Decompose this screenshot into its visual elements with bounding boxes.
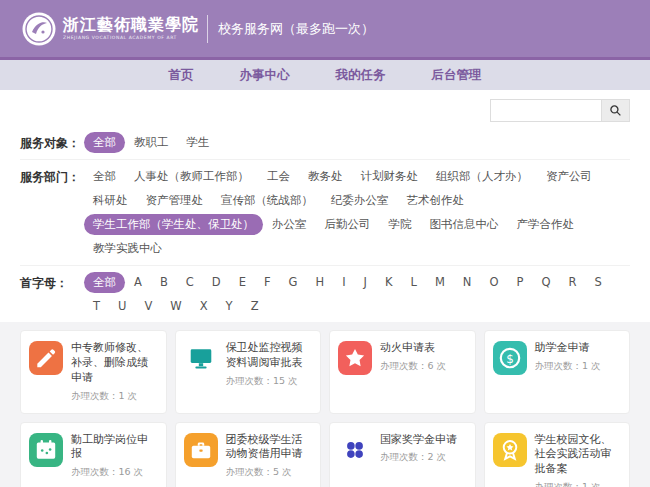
filter-item[interactable]: H	[306, 272, 333, 293]
filter-service-department: 服务部门： 全部人事处（教师工作部）工会教务处计划财务处组织部（人才办）资产公司…	[20, 160, 630, 266]
filter-item[interactable]: 产学合作处	[508, 214, 584, 235]
filter-item[interactable]: J	[355, 272, 376, 293]
filter-item[interactable]: X	[191, 296, 217, 316]
filter-item[interactable]: Y	[217, 296, 242, 316]
search-icon	[609, 104, 622, 117]
filter-item[interactable]: 教务处	[299, 166, 352, 187]
filter-item[interactable]: L	[402, 272, 426, 293]
filter-item[interactable]: E	[230, 272, 255, 293]
filter-item[interactable]: 全部	[84, 272, 125, 293]
service-card[interactable]: 国家奖学金申请 办理次数：2 次	[329, 422, 476, 487]
filter-item[interactable]: 图书信息中心	[421, 214, 508, 235]
filter-item[interactable]: 教学实践中心	[84, 238, 171, 259]
service-count: 办理次数：16 次	[71, 466, 158, 479]
search-button[interactable]	[602, 99, 630, 122]
filter-item[interactable]: 办公室	[263, 214, 316, 235]
school-name-english: ZHEJIANG VOCATIONAL ACADEMY OF ART	[63, 36, 199, 41]
service-title: 国家奖学金申请	[380, 433, 467, 448]
filter-item[interactable]: A	[125, 272, 151, 293]
filter-label: 首字母：	[20, 272, 84, 292]
nav-admin[interactable]: 后台管理	[432, 67, 482, 84]
filter-items: 全部人事处（教师工作部）工会教务处计划财务处组织部（人才办）资产公司科研处资产管…	[84, 166, 630, 259]
service-card[interactable]: 中专教师修改、补录、删除成绩申请 办理次数：1 次	[20, 330, 167, 414]
filter-item[interactable]: P	[508, 272, 533, 293]
filter-item[interactable]: I	[333, 272, 354, 293]
search-row	[0, 90, 650, 126]
monitor-icon	[184, 341, 218, 375]
four-dots-icon	[338, 433, 372, 467]
nav-home[interactable]: 首页	[169, 67, 194, 84]
service-count: 办理次数：1 次	[535, 360, 622, 373]
logo-divider	[207, 15, 208, 43]
service-title: 中专教师修改、补录、删除成绩申请	[71, 341, 158, 386]
nav-service-center[interactable]: 办事中心	[240, 67, 290, 84]
filter-item[interactable]: Q	[532, 272, 559, 293]
filter-item[interactable]: 宣传部（统战部）	[212, 190, 322, 211]
filter-item[interactable]: 全部	[84, 132, 125, 153]
filter-item[interactable]: 科研处	[84, 190, 137, 211]
filter-item[interactable]: V	[135, 296, 161, 316]
filter-item[interactable]: T	[84, 296, 109, 316]
filter-item[interactable]: D	[203, 272, 230, 293]
filter-item[interactable]: S	[586, 272, 611, 293]
filter-label: 服务对象：	[20, 132, 84, 152]
filter-item[interactable]: 学生工作部（学生处、保卫处）	[84, 214, 263, 235]
filter-items: 全部ABCDEFGHIJKLMNOPQRSTUVWXYZ	[84, 272, 630, 316]
service-title: 保卫处监控视频资料调阅审批表	[226, 341, 313, 371]
filter-item[interactable]: 工会	[258, 166, 299, 187]
filter-item[interactable]: B	[151, 272, 177, 293]
nav-my-tasks[interactable]: 我的任务	[336, 67, 386, 84]
service-card[interactable]: 保卫处监控视频资料调阅审批表 办理次数：15 次	[175, 330, 322, 414]
filter-item[interactable]: 人事处（教师工作部）	[125, 166, 258, 187]
filter-item[interactable]: 学院	[380, 214, 421, 235]
star-icon	[338, 341, 372, 375]
filter-item[interactable]: N	[454, 272, 481, 293]
filter-item[interactable]: M	[426, 272, 454, 293]
service-title: 勤工助学岗位申报	[71, 433, 158, 463]
service-card[interactable]: 勤工助学岗位申报 办理次数：16 次	[20, 422, 167, 487]
main-nav: 首页办事中心我的任务后台管理	[0, 57, 650, 90]
service-title: 学生校园文化、社会实践活动审批备案	[535, 433, 622, 478]
svg-text:$: $	[506, 352, 514, 366]
service-count: 办理次数：1 次	[71, 390, 158, 403]
service-count: 办理次数：6 次	[380, 360, 467, 373]
filters-panel: 服务对象： 全部教职工学生 服务部门： 全部人事处（教师工作部）工会教务处计划财…	[0, 126, 650, 322]
search-input[interactable]	[490, 99, 602, 122]
filter-item[interactable]: 学生	[178, 132, 219, 153]
filter-item[interactable]: 后勤公司	[316, 214, 380, 235]
filter-item[interactable]: R	[560, 272, 586, 293]
filter-item[interactable]: Z	[242, 296, 268, 316]
filter-item[interactable]: 计划财务处	[352, 166, 428, 187]
filter-item[interactable]: 艺术创作处	[398, 190, 474, 211]
pencil-icon	[29, 341, 63, 375]
service-count: 办理次数：5 次	[226, 466, 313, 479]
service-card[interactable]: $ 助学金申请 办理次数：1 次	[484, 330, 631, 414]
filter-item[interactable]: 组织部（人才办）	[427, 166, 537, 187]
service-card[interactable]: 动火申请表 办理次数：6 次	[329, 330, 476, 414]
filter-item[interactable]: F	[255, 272, 280, 293]
filter-service-target: 服务对象： 全部教职工学生	[20, 126, 630, 160]
service-card[interactable]: 团委校级学生活动物资借用申请 办理次数：5 次	[175, 422, 322, 487]
filter-item[interactable]: K	[376, 272, 402, 293]
filter-item[interactable]: 纪委办公室	[322, 190, 398, 211]
services-section: 中专教师修改、补录、删除成绩申请 办理次数：1 次 保卫处监控视频资料调阅审批表…	[0, 322, 650, 487]
school-logo-text: 浙江藝術職業學院 ZHEJIANG VOCATIONAL ACADEMY OF …	[63, 16, 199, 41]
emblem-icon	[493, 433, 527, 467]
filter-item[interactable]: 资产公司	[537, 166, 601, 187]
service-card[interactable]: 学生校园文化、社会实践活动审批备案 办理次数：1 次	[484, 422, 631, 487]
filter-item[interactable]: G	[280, 272, 307, 293]
services-grid: 中专教师修改、补录、删除成绩申请 办理次数：1 次 保卫处监控视频资料调阅审批表…	[20, 330, 630, 487]
filter-item[interactable]: 资产管理处	[137, 190, 213, 211]
filter-item[interactable]: 教职工	[125, 132, 178, 153]
filter-item[interactable]: C	[177, 272, 203, 293]
service-count: 办理次数：15 次	[226, 375, 313, 388]
filter-item[interactable]: O	[480, 272, 507, 293]
filter-item[interactable]: U	[109, 296, 135, 316]
filter-item[interactable]: W	[161, 296, 190, 316]
calendar-icon	[29, 433, 63, 467]
service-title: 动火申请表	[380, 341, 467, 356]
app-header: 浙江藝術職業學院 ZHEJIANG VOCATIONAL ACADEMY OF …	[0, 0, 650, 57]
filter-item[interactable]: 全部	[84, 166, 125, 187]
school-logo-icon	[22, 12, 56, 46]
service-title: 团委校级学生活动物资借用申请	[226, 433, 313, 463]
